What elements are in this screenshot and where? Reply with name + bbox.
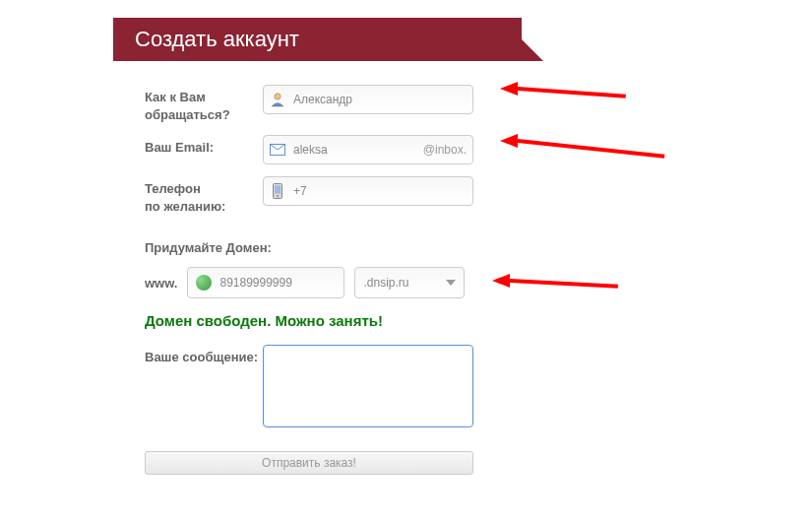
name-input[interactable] bbox=[293, 93, 467, 106]
email-label: Ваш Email: bbox=[145, 135, 263, 157]
domain-section-title: Придумайте Домен: bbox=[145, 240, 812, 255]
submit-row: Отправить заказ! bbox=[145, 451, 812, 475]
name-row: Как к Вам обращаться? bbox=[145, 85, 812, 123]
message-row: Ваше сообщение: bbox=[145, 345, 812, 427]
domain-row: www. .dnsip.ru bbox=[145, 267, 812, 298]
phone-input[interactable] bbox=[293, 184, 467, 198]
phone-row: Телефон по желанию: bbox=[145, 176, 812, 215]
header-ribbon: Создать аккаунт bbox=[113, 18, 522, 61]
email-row: Ваш Email: @inbox. bbox=[145, 135, 812, 164]
phone-label: Телефон по желанию: bbox=[145, 176, 263, 215]
submit-button[interactable]: Отправить заказ! bbox=[145, 451, 473, 475]
user-icon bbox=[270, 92, 285, 107]
email-input[interactable] bbox=[293, 143, 423, 157]
www-prefix: www. bbox=[145, 276, 177, 291]
globe-icon bbox=[196, 275, 212, 291]
domain-input[interactable] bbox=[219, 276, 336, 290]
annotation-arrow-icon bbox=[492, 276, 618, 286]
domain-status: Домен свободен. Можно занять! bbox=[145, 312, 812, 329]
email-suffix: @inbox. bbox=[423, 143, 467, 157]
name-field-wrap[interactable] bbox=[263, 85, 473, 114]
svg-rect-3 bbox=[275, 186, 281, 194]
message-label: Ваше сообщение: bbox=[145, 345, 263, 366]
chevron-down-icon bbox=[446, 280, 456, 286]
name-label: Как к Вам обращаться? bbox=[145, 85, 263, 123]
email-field-wrap[interactable]: @inbox. bbox=[263, 135, 473, 164]
page: Создать аккаунт Как к Вам обращаться? Ва… bbox=[0, 0, 812, 520]
tld-select[interactable]: .dnsip.ru bbox=[354, 267, 465, 298]
phone-icon bbox=[270, 183, 285, 199]
svg-point-0 bbox=[275, 94, 281, 99]
envelope-icon bbox=[270, 142, 285, 158]
domain-field-wrap[interactable] bbox=[187, 267, 344, 298]
annotation-arrow-icon bbox=[500, 84, 626, 94]
page-title: Создать аккаунт bbox=[135, 27, 299, 52]
annotation-arrow-icon bbox=[500, 136, 665, 146]
create-account-form: Как к Вам обращаться? Ваш Email: @inbox.… bbox=[113, 85, 812, 475]
message-textarea[interactable] bbox=[263, 345, 473, 427]
phone-field-wrap[interactable] bbox=[263, 176, 473, 206]
tld-value: .dnsip.ru bbox=[363, 276, 408, 290]
svg-point-4 bbox=[277, 195, 279, 197]
